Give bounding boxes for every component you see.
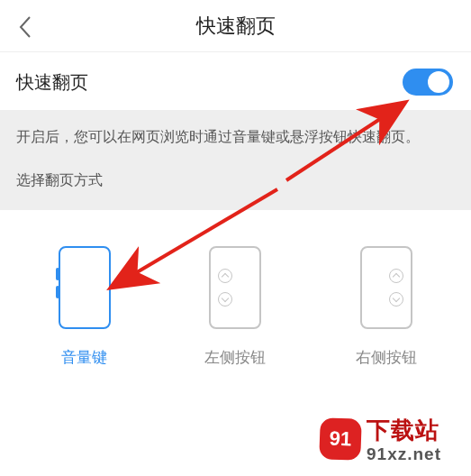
watermark-line2: 91xz.net bbox=[367, 444, 441, 464]
watermark-badge: 91 bbox=[319, 417, 362, 461]
chevron-left-icon bbox=[17, 14, 33, 40]
float-buttons-right-icon bbox=[389, 269, 403, 307]
header: 快速翻页 bbox=[0, 0, 471, 52]
page-title: 快速翻页 bbox=[196, 13, 276, 40]
float-buttons-left-icon bbox=[218, 269, 232, 307]
volume-buttons-icon bbox=[56, 268, 59, 280]
phone-icon-volume bbox=[59, 246, 111, 329]
quick-page-toggle[interactable] bbox=[403, 69, 453, 96]
option-label: 音量键 bbox=[61, 347, 107, 368]
phone-icon-right bbox=[360, 246, 412, 329]
watermark: 91 下载站 91xz.net bbox=[318, 416, 471, 476]
option-right-buttons[interactable]: 右侧按钮 bbox=[319, 246, 454, 368]
watermark-line1: 下载站 bbox=[367, 415, 439, 446]
back-button[interactable] bbox=[11, 13, 40, 41]
description-text: 开启后，您可以在网页浏览时通过音量键或悬浮按钮快速翻页。 bbox=[16, 126, 455, 148]
option-label: 左侧按钮 bbox=[204, 347, 266, 368]
choose-method-label: 选择翻页方式 bbox=[16, 171, 455, 190]
page-method-options: 音量键 左侧按钮 右侧按钮 bbox=[0, 210, 471, 377]
setting-row-quick-page: 快速翻页 bbox=[0, 52, 471, 110]
phone-icon-left bbox=[209, 246, 261, 329]
option-left-buttons[interactable]: 左侧按钮 bbox=[168, 246, 303, 368]
description-block: 开启后，您可以在网页浏览时通过音量键或悬浮按钮快速翻页。 选择翻页方式 bbox=[0, 110, 471, 210]
option-volume-keys[interactable]: 音量键 bbox=[17, 246, 152, 368]
option-label: 右侧按钮 bbox=[356, 347, 417, 368]
setting-label: 快速翻页 bbox=[16, 70, 88, 95]
